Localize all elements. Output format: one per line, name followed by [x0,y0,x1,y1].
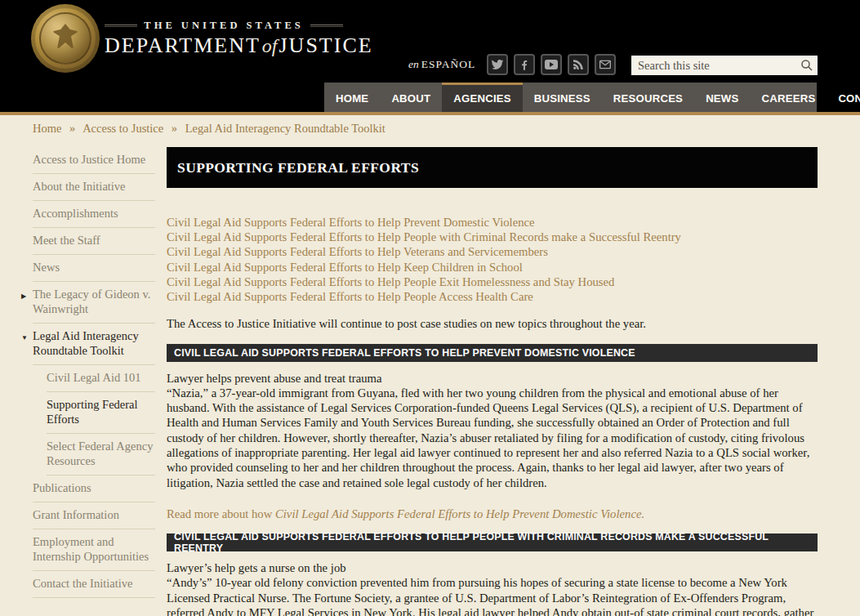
youtube-icon[interactable] [541,54,562,75]
nav-home[interactable]: HOME [324,83,380,112]
sidebar-item-label: Employment and Internship Opportunities [33,535,149,563]
intro-text: The Access to Justice Initiative will co… [167,316,818,331]
nav-contact[interactable]: CONTACT [827,83,860,112]
nav-business[interactable]: BUSINESS [523,83,602,112]
sidebar-item-label: About the Initiative [33,180,126,193]
sidebar-item-label: Accomplishments [33,207,118,220]
read-more-prefix: Read more about how [167,507,275,520]
sidebar-item-label: Meet the Staff [33,234,100,247]
breadcrumb: Home » Access to Justice » Legal Aid Int… [33,122,860,136]
case-study-body: “Andy’s” 10-year old felony conviction p… [167,575,818,616]
section-header-domestic-violence: CIVIL LEGAL AID SUPPORTS FEDERAL EFFORTS… [167,344,818,362]
decorative-rule-left [105,25,137,27]
nav-about[interactable]: ABOUT [380,83,442,112]
espanol-link[interactable]: enESPAÑOL [408,58,475,71]
expanded-arrow-icon: ▼ [21,331,28,346]
sidebar-item-meet-the-staff[interactable]: Meet the Staff [33,228,155,255]
topic-link-children-in-school[interactable]: Civil Legal Aid Supports Federal Efforts… [167,260,818,275]
topic-link-veterans[interactable]: Civil Legal Aid Supports Federal Efforts… [167,244,818,259]
sidebar-item-publications[interactable]: Publications [33,475,155,502]
sidebar-item-label: News [33,261,60,274]
topic-link-homelessness[interactable]: Civil Legal Aid Supports Federal Efforts… [167,275,818,289]
topic-link-criminal-records-reentry[interactable]: Civil Legal Aid Supports Federal Efforts… [167,230,818,244]
sidebar-item-label: Access to Justice Home [33,153,145,166]
espanol-label: ESPAÑOL [421,58,476,70]
sidebar-item-supporting-federal-efforts[interactable]: Supporting Federal Efforts [47,392,155,434]
brand-small-text: THE UNITED STATES [144,20,303,32]
read-more-line: Read more about how Civil Legal Aid Supp… [167,507,818,521]
breadcrumb-separator: » [172,122,177,135]
sidebar-item-label: Select Federal Agency Resources [47,440,153,467]
collapsed-arrow-icon: ▶ [21,289,26,304]
sidebar-item-label: Supporting Federal Efforts [47,398,138,426]
main-content: SUPPORTING FEDERAL EFFORTS Civil Legal A… [167,147,818,616]
page-title: SUPPORTING FEDERAL EFFORTS [167,147,818,188]
sidebar-item-label: Grant Information [33,508,119,521]
header-tools: enESPAÑOL [0,52,860,78]
topic-link-list: Civil Legal Aid Supports Federal Efforts… [167,215,818,304]
search-icon[interactable] [796,56,818,75]
social-icons [487,54,616,75]
site-header: THE UNITED STATES DEPARTMENTofJUSTICE en… [0,0,860,112]
decorative-rule-right [310,25,343,27]
sidebar-item-legacy-of-gideon[interactable]: ▶The Legacy of Gideon v. Wainwright [33,282,155,324]
sidebar-item-lair-toolkit[interactable]: ▼Legal Aid Interagency Roundtable Toolki… [33,324,155,365]
breadcrumb-home[interactable]: Home [33,122,61,135]
sidebar-item-employment-internship[interactable]: Employment and Internship Opportunities [33,529,155,571]
sidebar-item-label: The Legacy of Gideon v. Wainwright [33,288,150,315]
youtube-play-glyph [545,60,558,69]
sidebar-item-civil-legal-aid-101[interactable]: Civil Legal Aid 101 [47,365,155,392]
twitter-icon[interactable] [487,54,508,75]
breadcrumb-access-to-justice[interactable]: Access to Justice [82,122,163,135]
sidebar-item-news[interactable]: News [33,255,155,282]
topic-link-health-care[interactable]: Civil Legal Aid Supports Federal Efforts… [167,289,818,304]
sidebar-nav: Access to Justice Home About the Initiat… [33,147,155,616]
sidebar-item-label: Civil Legal Aid 101 [47,371,141,384]
facebook-icon[interactable] [514,54,535,75]
case-study-subtitle: Lawyer helps prevent abuse and treat tra… [167,371,818,386]
espanol-en: en [408,58,419,70]
breadcrumb-toolkit[interactable]: Legal Aid Interagency Roundtable Toolkit [185,122,385,135]
nav-resources[interactable]: RESOURCES [602,83,694,112]
breadcrumb-separator: » [69,122,75,135]
sidebar-item-about-the-initiative[interactable]: About the Initiative [33,174,155,201]
sidebar-item-label: Publications [33,481,91,494]
search-input[interactable] [631,56,796,75]
case-study-body: “Nazia,” a 37-year-old immigrant from Gu… [167,386,818,490]
sidebar-item-contact-the-initiative[interactable]: Contact the Initiative [33,571,155,598]
sidebar-item-select-federal-agency-resources[interactable]: Select Federal Agency Resources [47,434,155,475]
sidebar-item-grant-information[interactable]: Grant Information [33,502,155,529]
sidebar-item-label: Contact the Initiative [33,577,132,590]
gold-divider [0,112,860,115]
content-area: Access to Justice Home About the Initiat… [0,147,860,616]
nav-news[interactable]: NEWS [694,83,750,112]
section-header-criminal-records: CIVIL LEGAL AID SUPPORTS FEDERAL EFFORTS… [167,533,818,551]
sidebar-item-access-to-justice-home[interactable]: Access to Justice Home [33,147,155,174]
case-study-subtitle: Lawyer’s help gets a nurse on the job [167,560,818,575]
site-search [631,56,818,75]
topic-link-domestic-violence[interactable]: Civil Legal Aid Supports Federal Efforts… [167,215,818,230]
read-more-link[interactable]: Civil Legal Aid Supports Federal Efforts… [275,507,644,520]
primary-nav: HOME ABOUT AGENCIES BUSINESS RESOURCES N… [324,83,817,112]
rss-icon[interactable] [568,54,589,75]
email-icon[interactable] [595,54,616,75]
sidebar-item-label: Legal Aid Interagency Roundtable Toolkit [33,329,139,357]
nav-agencies[interactable]: AGENCIES [442,83,522,112]
sidebar-item-accomplishments[interactable]: Accomplishments [33,201,155,228]
nav-careers[interactable]: CAREERS [751,83,827,112]
